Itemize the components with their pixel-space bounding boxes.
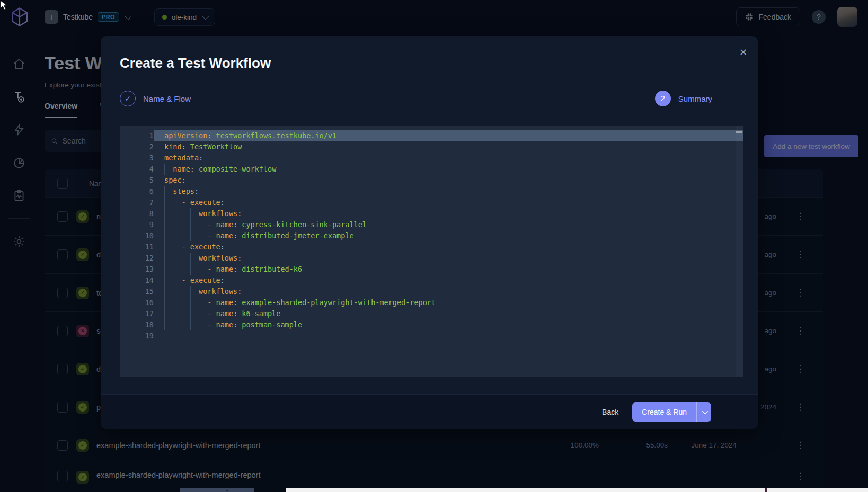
line-number: 1 [120,130,154,141]
code-line: workflows: [154,253,743,264]
create-options-chevron-button[interactable] [696,402,711,422]
code-line: workflows: [154,208,743,219]
code-line: - execute: [154,241,743,253]
create-and-run-split-button: Create & Run [632,402,711,422]
line-number: 9 [120,219,154,230]
step-label: Summary [678,94,712,103]
step-summary[interactable]: 2 Summary [655,91,712,106]
line-number: 17 [120,308,154,319]
mouse-cursor-icon [0,0,10,11]
modal-footer: Back Create & Run [101,394,758,429]
code-line: steps: [154,186,743,197]
editor-line-numbers: 12345678910111213141516171819 [120,126,154,377]
line-number: 11 [120,241,154,253]
modal-title: Create a Test Workflow [120,55,271,71]
editor-code-area: apiVersion: testworkflows.testkube.io/v1… [154,126,743,377]
code-line: - name: cypress-kitchen-sink-parallel [154,219,743,230]
code-line: - execute: [154,275,743,286]
line-number: 19 [120,330,154,342]
line-number: 18 [120,319,154,330]
line-number: 6 [120,186,154,197]
line-number: 5 [120,175,154,186]
line-number: 13 [120,264,154,275]
editor-scrollbar[interactable] [736,126,743,377]
code-line: - name: example-sharded-playwright-with-… [154,297,743,308]
editor-scrollbar-thumb[interactable] [736,131,742,133]
step-label: Name & Flow [143,94,191,103]
code-line: - name: postman-sample [154,319,743,330]
line-number: 7 [120,197,154,208]
step-done-check-icon: ✓ [120,91,136,106]
horizontal-scrollbar-track[interactable] [286,488,868,492]
line-number: 12 [120,253,154,264]
code-line: metadata: [154,153,743,164]
back-button[interactable]: Back [602,408,618,416]
step-number: 2 [655,91,671,106]
step-name-and-flow[interactable]: ✓ Name & Flow [120,91,191,106]
code-line: - name: k6-sample [154,308,743,319]
code-line: apiVersion: testworkflows.testkube.io/v1 [154,130,743,141]
yaml-code-editor[interactable]: 12345678910111213141516171819 apiVersion… [120,126,743,377]
line-number: 3 [120,153,154,164]
code-line: workflows: [154,286,743,297]
code-line: kind: TestWorkflow [154,141,743,153]
line-number: 2 [120,141,154,153]
line-number: 16 [120,297,154,308]
code-line: - name: distributed-jmeter-example [154,230,743,241]
scrollbar-caret-mark: ⌄ [225,487,229,492]
app-root: T Testkube PRO ole-kind Feedback ? [0,0,868,492]
code-line: spec: [154,175,743,186]
line-number: 15 [120,286,154,297]
create-test-workflow-modal: Create a Test Workflow ✕ ✓ Name & Flow 2… [101,36,758,429]
stepper-connector [206,99,640,99]
line-number: 4 [120,164,154,175]
stepper: ✓ Name & Flow 2 Summary [120,89,712,108]
create-and-run-button[interactable]: Create & Run [632,402,696,422]
code-line [154,330,743,342]
close-icon[interactable]: ✕ [739,47,747,58]
code-line: - name: distributed-k6 [154,264,743,275]
scrollbar-tick [765,488,767,492]
code-line: - execute: [154,197,743,208]
chevron-down-icon [702,408,707,414]
line-number: 8 [120,208,154,219]
code-line: name: composite-workflow [154,164,743,175]
line-number: 10 [120,230,154,241]
line-number: 14 [120,275,154,286]
horizontal-scrollbar-thumb[interactable] [180,488,254,492]
